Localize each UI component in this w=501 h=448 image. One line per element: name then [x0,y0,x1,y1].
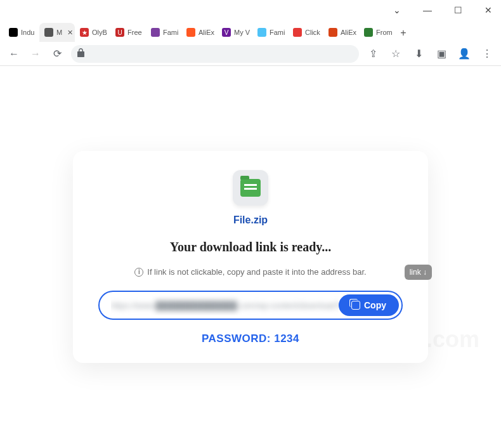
browser-tab[interactable]: AliEx [181,23,217,42]
browser-tab[interactable]: M✕ [39,23,75,42]
reload-button[interactable]: ⟳ [49,46,65,62]
tab-label: AliEx [341,29,356,36]
hint-row: i If link is not clickable, copy and pas… [98,267,403,277]
blurred-url: https://www.██████████████.com/wp-conten… [111,295,339,315]
tab-favicon [293,28,302,37]
tab-label: From [376,29,393,36]
tab-favicon [44,28,53,37]
hint-text: If link is not clickable, copy and paste… [147,267,366,277]
forward-button[interactable]: → [28,46,43,62]
browser-tab[interactable]: From [359,23,394,42]
tab-label: Indu [21,29,34,36]
tab-label: My V [234,29,250,36]
copy-button[interactable]: Copy [339,294,399,316]
copy-button-label: Copy [364,300,386,310]
window-minimize-button[interactable]: — [419,1,436,19]
tab-favicon: V [222,28,231,37]
address-bar[interactable] [71,45,359,63]
tab-favicon [151,28,160,37]
tab-label: Fami [163,29,178,36]
toolbar-right: ⇪ ☆ ⬇ ▣ 👤 ⋮ [365,46,495,62]
tab-favicon [9,28,18,37]
browser-tab[interactable]: AliEx [323,23,359,42]
lock-icon [77,48,85,60]
password-label: PASSWORD: 1234 [98,333,403,345]
back-button[interactable]: ← [6,46,22,62]
copy-icon [351,301,360,310]
info-icon: i [134,268,143,277]
tab-label: Fami [270,29,285,36]
tab-favicon [364,28,373,37]
tab-label: OlyB [92,29,107,36]
tab-label: M [56,29,62,36]
tab-favicon: U [115,28,124,37]
download-link-field[interactable]: https://www.██████████████.com/wp-conten… [111,295,339,315]
browser-tab[interactable]: Fami [146,23,181,42]
file-icon [233,170,268,206]
window-controls: ⌄ — ☐ ✕ [0,0,501,20]
side-panel-icon[interactable]: ▣ [434,46,449,62]
browser-toolbar: ← → ⟳ ⇪ ☆ ⬇ ▣ 👤 ⋮ [0,42,501,66]
tab-label: Click [305,29,320,36]
tab-label: AliEx [198,29,214,36]
download-card: File.zip Your download link is ready... … [73,151,428,363]
new-tab-button[interactable]: + [394,24,412,42]
tab-label: Free [127,29,142,36]
browser-tab[interactable]: Indu [4,23,39,42]
chevron-down-icon[interactable]: ⌄ [388,1,406,19]
kebab-menu-icon[interactable]: ⋮ [479,46,495,62]
tab-favicon [257,28,266,37]
downloads-icon[interactable]: ⬇ [411,46,426,62]
tab-close-icon[interactable]: ✕ [65,28,74,37]
tab-favicon [186,28,195,37]
folder-icon [240,179,261,197]
page-content: PC risk.com File.zip Your download link … [0,66,501,448]
browser-tab[interactable]: Fami [252,23,288,42]
bookmark-star-icon[interactable]: ☆ [388,46,403,62]
link-tooltip: link ↓ [405,265,432,280]
share-icon[interactable]: ⇪ [365,46,381,62]
browser-tab[interactable]: VMy V [217,23,252,42]
browser-tab[interactable]: Click [288,23,323,42]
window-close-button[interactable]: ✕ [479,1,497,19]
tab-favicon [329,28,337,37]
filename-label: File.zip [98,214,403,226]
window-maximize-button[interactable]: ☐ [449,1,467,19]
headline-text: Your download link is ready... [98,240,403,254]
link-row: https://www.██████████████.com/wp-conten… [98,291,403,320]
tab-favicon: ★ [80,28,89,37]
tab-strip: InduM✕★OlyBUFreeFamiAliExVMy VFamiClickA… [0,20,501,42]
browser-tab[interactable]: UFree [110,23,146,42]
profile-icon[interactable]: 👤 [457,46,472,62]
browser-tab[interactable]: ★OlyB [75,23,110,42]
